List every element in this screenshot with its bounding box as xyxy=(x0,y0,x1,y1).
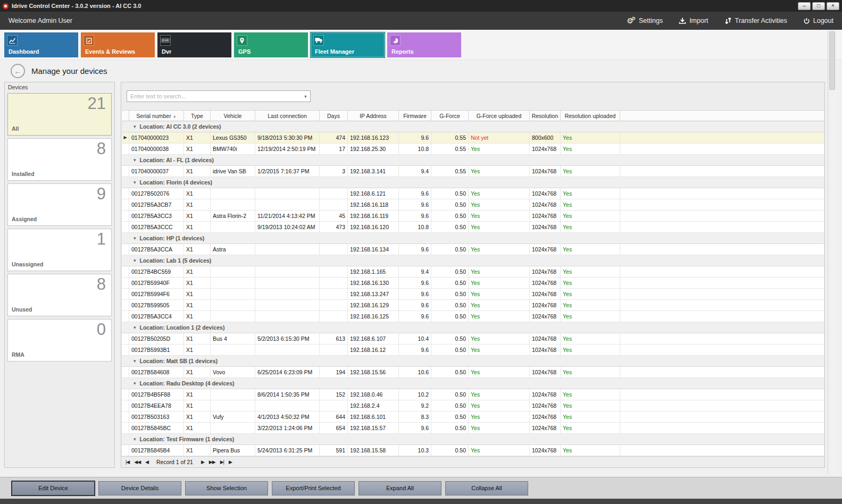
tab-events-reviews[interactable]: Events & Reviews xyxy=(81,32,155,57)
device-row[interactable]: 00127B502076X1192.168.6.1219.60.50Yes102… xyxy=(122,188,824,199)
cell-last_connection: 8/6/2014 1:50:35 PM xyxy=(255,389,320,400)
column-header-resolution_uploaded[interactable]: Resolution uploaded xyxy=(561,111,620,121)
menu-import[interactable]: Import xyxy=(679,17,708,24)
device-row[interactable]: 017040000037X1idrive Van SB1/2/2015 7:16… xyxy=(122,166,824,177)
device-row[interactable]: 00127B4B5F88X18/6/2014 1:50:35 PM152192.… xyxy=(122,389,824,400)
close-button[interactable]: × xyxy=(827,2,839,10)
device-row[interactable]: 00127B5845BCX13/22/2013 1:24:06 PM654192… xyxy=(122,423,824,434)
collapse-arrow-icon[interactable]: ▾ xyxy=(134,258,136,263)
column-header-last_connection[interactable]: Last connection xyxy=(255,111,320,121)
record-navigator: |◀◀◀◀Record 1 of 21▶▶▶▶|▶ xyxy=(122,456,824,467)
back-button[interactable]: ← xyxy=(11,64,25,78)
tab-dashboard[interactable]: Dashboard xyxy=(4,32,78,57)
device-row[interactable]: 00127B5994F6X1192.168.13.2479.60.50Yes10… xyxy=(122,289,824,300)
tab-dvr[interactable]: DVRDvr xyxy=(157,32,231,57)
cell-ip: 192.168.15.57 xyxy=(348,423,399,433)
cell-serial: 00127B584608 xyxy=(129,367,184,377)
card-label: Unassigned xyxy=(12,261,44,267)
device-filter-unassigned[interactable]: 1Unassigned xyxy=(7,229,112,271)
search-combobox[interactable]: ▼ xyxy=(127,90,311,102)
collapse-arrow-icon[interactable]: ▾ xyxy=(134,124,136,129)
cell-serial: 00127B4EEA78 xyxy=(129,400,184,411)
group-row[interactable]: ▾Location: AI - FL (1 devices) xyxy=(122,155,824,166)
cell-filler xyxy=(620,199,824,210)
menu-transfer-activities[interactable]: Transfer Activities xyxy=(724,17,787,24)
device-row[interactable]: 00127B5A3CB7X1192.168.16.1189.60.50Yes10… xyxy=(122,199,824,211)
group-row[interactable]: ▾Location: Location 1 (2 devices) xyxy=(122,322,824,333)
nav-next-icon-1[interactable]: ▶▶ xyxy=(209,459,215,465)
column-header-resolution[interactable]: Resolution xyxy=(530,111,561,121)
collapse-arrow-icon[interactable]: ▾ xyxy=(134,381,136,386)
nav-prev-icon-2[interactable]: ◀ xyxy=(145,459,148,465)
group-row[interactable]: ▾Location: AI CC 3.0 (2 devices) xyxy=(122,121,824,132)
column-header-days[interactable]: Days xyxy=(320,111,348,121)
group-row[interactable]: ▾Location: HP (1 devices) xyxy=(122,233,824,244)
maximize-button[interactable]: □ xyxy=(812,2,825,10)
device-filter-all[interactable]: 21All xyxy=(7,93,112,136)
device-filter-rma[interactable]: 0RMA xyxy=(7,319,112,362)
card-label: Installed xyxy=(12,171,35,177)
device-row[interactable]: 00127B5A3CCCX19/19/2013 10:24:02 AM47319… xyxy=(122,222,824,233)
nav-next-icon-2[interactable]: ▶| xyxy=(220,459,224,465)
nav-next-icon-3[interactable]: ▶ xyxy=(229,459,232,465)
minimize-button[interactable]: – xyxy=(798,2,811,10)
edit-device-button[interactable]: Edit Device xyxy=(12,481,95,495)
expand-all-button[interactable]: Expand All xyxy=(359,481,441,495)
search-input[interactable] xyxy=(127,91,301,102)
device-filter-assigned[interactable]: 9Assigned xyxy=(7,183,112,226)
device-row[interactable]: ▶017040000023X1Lexus GS3509/18/2013 5:30… xyxy=(122,132,824,144)
collapse-all-button[interactable]: Collapse All xyxy=(445,481,528,495)
group-row[interactable]: ▾Location: Test Firmware (1 devices) xyxy=(122,434,824,445)
collapse-arrow-icon[interactable]: ▾ xyxy=(134,236,136,241)
dropdown-arrow-icon[interactable]: ▼ xyxy=(301,91,310,102)
device-row[interactable]: 00127B5993B1X1192.168.16.129.60.50Yes102… xyxy=(122,345,824,356)
column-header-vehicle[interactable]: Vehicle xyxy=(211,111,255,121)
device-row[interactable]: 00127B5A3CCAX1Astra192.168.16.1349.60.50… xyxy=(122,244,824,255)
device-row[interactable]: 00127B5A3CC3X1Astra Florin-211/21/2014 4… xyxy=(122,211,824,222)
column-header-firmware[interactable]: Firmware xyxy=(399,111,431,121)
column-header-type[interactable]: Type xyxy=(184,111,211,121)
cell-vehicle: Astra Florin-2 xyxy=(211,211,255,221)
collapse-arrow-icon[interactable]: ▾ xyxy=(134,157,136,163)
device-row[interactable]: 00127B5A3CC4X1192.168.16.1259.60.50Yes10… xyxy=(122,311,824,322)
tab-reports[interactable]: Reports xyxy=(387,32,461,57)
column-header-gforce_uploaded[interactable]: G-Force uploaded xyxy=(469,111,530,121)
device-row[interactable]: 00127B503163X1Vufy4/1/2013 4:50:32 PM644… xyxy=(122,411,824,423)
device-row[interactable]: 00127B59940FX1192.168.16.1309.60.50Yes10… xyxy=(122,278,824,289)
column-header-ip[interactable]: IP Address xyxy=(348,111,399,121)
nav-prev-icon-0[interactable]: |◀ xyxy=(126,459,129,465)
tab-fleet-manager[interactable]: Fleet Manager xyxy=(311,32,385,57)
device-row[interactable]: 00127B599505X1192.168.16.1299.60.50Yes10… xyxy=(122,300,824,311)
group-row[interactable]: ▾Location: Florin (4 devices) xyxy=(122,177,824,188)
collapse-arrow-icon[interactable]: ▾ xyxy=(134,325,136,330)
device-row[interactable]: 00127B5845B4X1Pipera Bus5/24/2013 6:31:2… xyxy=(122,445,824,456)
device-row[interactable]: 017040000038X1BMW740i12/19/2014 2:50:19 … xyxy=(122,144,824,155)
column-header-gforce[interactable]: G-Force xyxy=(431,111,469,121)
tab-gps[interactable]: GPS xyxy=(234,32,308,57)
device-row[interactable]: 00127B50205DX1Bus 45/2/2013 6:15:30 PM61… xyxy=(122,333,824,345)
scrollbar-thumb[interactable] xyxy=(829,31,835,90)
device-filter-unused[interactable]: 8Unused xyxy=(7,274,112,316)
cell-filler xyxy=(620,345,824,355)
export-print-selected-button[interactable]: Export/Print Selected xyxy=(272,481,355,495)
nav-next-icon-0[interactable]: ▶ xyxy=(201,459,204,465)
menu-settings[interactable]: ⚙⚙Settings xyxy=(627,17,663,24)
cell-type: X1 xyxy=(184,389,211,400)
device-row[interactable]: 00127B584608X1Vovo6/25/2014 6:23:09 PM19… xyxy=(122,367,824,378)
vertical-scrollbar[interactable] xyxy=(828,30,836,473)
show-selection-button[interactable]: Show Selection xyxy=(185,481,268,495)
group-row[interactable]: ▾Location: Matt SB (1 devices) xyxy=(122,356,824,367)
collapse-arrow-icon[interactable]: ▾ xyxy=(134,436,136,442)
device-details-button[interactable]: Device Details xyxy=(98,481,181,495)
collapse-arrow-icon[interactable]: ▾ xyxy=(134,180,136,185)
collapse-arrow-icon[interactable]: ▾ xyxy=(134,358,136,364)
nav-prev-icon-1[interactable]: ◀◀ xyxy=(134,459,140,465)
device-row[interactable]: 00127B4BC559X1192.168.1.1659.40.50Yes102… xyxy=(122,266,824,278)
device-row[interactable]: 00127B4EEA78X1192.168.2.49.20.50Yes1024x… xyxy=(122,400,824,411)
cell-vehicle xyxy=(211,400,255,411)
group-row[interactable]: ▾Location: Lab 1 (5 devices) xyxy=(122,255,824,266)
group-row[interactable]: ▾Location: Radu Desktop (4 devices) xyxy=(122,378,824,389)
menu-logout[interactable]: Logout xyxy=(803,17,833,24)
column-header-serial[interactable]: Serial number▲ xyxy=(129,111,184,121)
device-filter-installed[interactable]: 8Installed xyxy=(7,138,112,181)
